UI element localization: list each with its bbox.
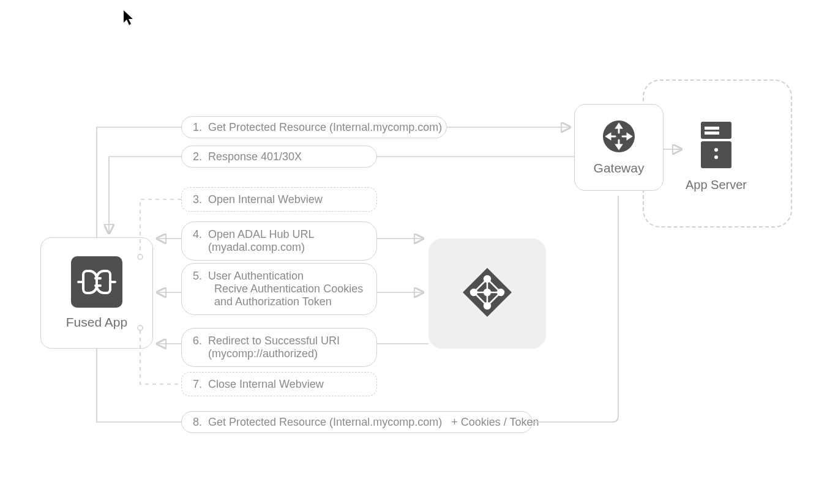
step-4-num: 4.	[193, 228, 202, 241]
step-2-text: Response 401/30X	[208, 150, 302, 163]
node-app-server: App Server	[684, 119, 748, 192]
plug-icon	[71, 256, 122, 310]
step-5-text: User Authentication Recive Authenticatio…	[208, 270, 363, 308]
step-1-num: 1.	[193, 121, 202, 134]
step-8-text: Get Protected Resource (Internal.mycomp.…	[208, 416, 539, 429]
step-3-num: 3.	[193, 193, 202, 206]
server-icon	[697, 119, 735, 173]
step-3: 3. Open Internal Webview	[181, 187, 377, 212]
step-8: 8. Get Protected Resource (Internal.myco…	[181, 411, 533, 433]
step-5: 5. User Authentication Recive Authentica…	[181, 263, 377, 315]
azure-ad-icon	[459, 264, 515, 323]
node-fused-app-label: Fused App	[66, 315, 127, 330]
svg-rect-13	[705, 127, 719, 130]
step-4: 4. Open ADAL Hub URL (myadal.comp.com)	[181, 221, 377, 261]
step-6-num: 6.	[193, 335, 202, 347]
node-gateway-label: Gateway	[594, 161, 645, 176]
svg-rect-15	[701, 141, 731, 168]
step-8-num: 8.	[193, 416, 202, 429]
svg-rect-14	[705, 132, 719, 135]
step-6: 6. Redirect to Successful URI (mycomp://…	[181, 328, 377, 367]
node-gateway: Gateway	[574, 104, 664, 191]
step-2-num: 2.	[193, 150, 202, 163]
step-6-text: Redirect to Successful URI (mycomp://aut…	[208, 335, 340, 360]
node-fused-app: Fused App	[40, 237, 153, 349]
mouse-cursor-icon	[122, 9, 135, 31]
step-7-text: Close Internal Webview	[208, 378, 324, 391]
step-7: 7. Close Internal Webview	[181, 372, 377, 396]
svg-point-16	[714, 148, 718, 152]
step-7-num: 7.	[193, 378, 202, 391]
step-1-text: Get Protected Resource (Internal.mycomp.…	[208, 121, 442, 134]
step-2: 2. Response 401/30X	[181, 146, 377, 168]
gateway-icon	[602, 119, 636, 156]
step-1: 1. Get Protected Resource (Internal.myco…	[181, 116, 447, 138]
svg-point-17	[714, 155, 718, 159]
svg-rect-12	[701, 122, 731, 139]
step-4-text: Open ADAL Hub URL (myadal.comp.com)	[208, 228, 314, 254]
node-app-server-label: App Server	[686, 178, 747, 192]
node-adal	[428, 239, 546, 349]
step-3-text: Open Internal Webview	[208, 193, 323, 206]
step-5-num: 5.	[193, 270, 202, 283]
